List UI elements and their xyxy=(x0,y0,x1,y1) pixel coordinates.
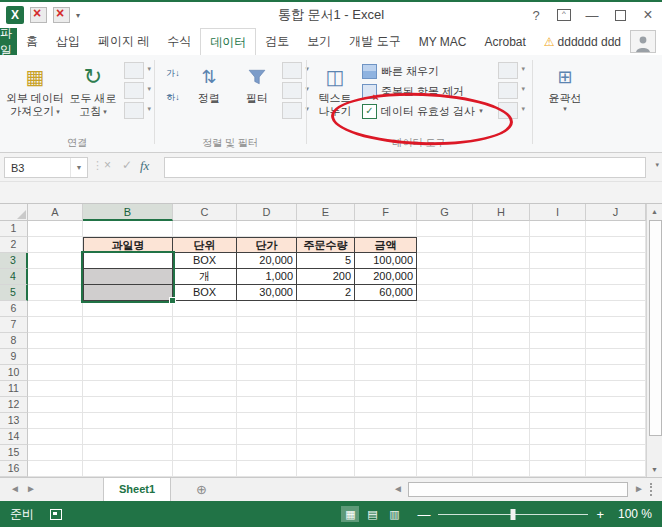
cell-I8[interactable] xyxy=(530,333,586,349)
cell-D15[interactable] xyxy=(237,445,297,461)
cell-D5[interactable]: 30,000 xyxy=(237,285,297,301)
sheet-nav-next-icon[interactable]: ► xyxy=(26,483,36,494)
row-header-9[interactable]: 9 xyxy=(0,349,28,365)
cell-B1[interactable] xyxy=(83,221,173,237)
cell-D16[interactable] xyxy=(237,461,297,477)
cell-H11[interactable] xyxy=(473,381,530,397)
remove-duplicates-button[interactable]: 중복된 항목 제거 xyxy=(362,82,464,100)
cell-D3[interactable]: 20,000 xyxy=(237,253,297,269)
cell-D12[interactable] xyxy=(237,397,297,413)
cell-J6[interactable] xyxy=(586,301,646,317)
cell-G16[interactable] xyxy=(417,461,473,477)
cell-E1[interactable] xyxy=(297,221,355,237)
text-to-columns-button[interactable]: ◫ 텍스트 나누기 xyxy=(312,58,358,136)
row-header-14[interactable]: 14 xyxy=(0,429,28,445)
sort-ascending-button[interactable] xyxy=(160,62,186,85)
cell-B8[interactable] xyxy=(83,333,173,349)
qat-dropdown-icon[interactable]: ▾ xyxy=(76,11,80,20)
cell-I15[interactable] xyxy=(530,445,586,461)
cell-E16[interactable] xyxy=(297,461,355,477)
cell-F12[interactable] xyxy=(355,397,417,413)
formula-input[interactable] xyxy=(164,157,646,178)
cell-A4[interactable] xyxy=(28,269,83,285)
cell-E9[interactable] xyxy=(297,349,355,365)
cell-H15[interactable] xyxy=(473,445,530,461)
cell-A5[interactable] xyxy=(28,285,83,301)
ribbon-display-options-button[interactable]: ^ xyxy=(550,2,578,28)
row-header-10[interactable]: 10 xyxy=(0,365,28,381)
cell-B13[interactable] xyxy=(83,413,173,429)
close-button[interactable]: × xyxy=(634,2,662,28)
page-break-view-button[interactable] xyxy=(385,506,403,522)
cell-C11[interactable] xyxy=(173,381,237,397)
cell-A1[interactable] xyxy=(28,221,83,237)
vertical-scrollbar[interactable]: ▲ ▼ xyxy=(646,204,662,477)
cell-G2[interactable] xyxy=(417,237,473,253)
cell-G11[interactable] xyxy=(417,381,473,397)
tab-splitter-handle[interactable] xyxy=(650,483,658,496)
maximize-button[interactable] xyxy=(606,2,634,28)
cell-J4[interactable] xyxy=(586,269,646,285)
cell-J12[interactable] xyxy=(586,397,646,413)
connections-icon[interactable] xyxy=(124,62,144,79)
name-box[interactable]: B3 ▼ xyxy=(4,157,88,178)
cell-B15[interactable] xyxy=(83,445,173,461)
cell-E11[interactable] xyxy=(297,381,355,397)
cell-C16[interactable] xyxy=(173,461,237,477)
cell-F2[interactable]: 금액 xyxy=(355,237,417,253)
cell-F15[interactable] xyxy=(355,445,417,461)
cell-G14[interactable] xyxy=(417,429,473,445)
enter-entry-button[interactable]: ✓ xyxy=(122,158,132,172)
cell-F1[interactable] xyxy=(355,221,417,237)
cell-C6[interactable] xyxy=(173,301,237,317)
cell-G12[interactable] xyxy=(417,397,473,413)
cell-G8[interactable] xyxy=(417,333,473,349)
cell-E7[interactable] xyxy=(297,317,355,333)
cell-J10[interactable] xyxy=(586,365,646,381)
cell-G7[interactable] xyxy=(417,317,473,333)
cell-A6[interactable] xyxy=(28,301,83,317)
page-layout-view-button[interactable] xyxy=(363,506,381,522)
scroll-up-icon[interactable]: ▲ xyxy=(647,204,662,219)
cell-C9[interactable] xyxy=(173,349,237,365)
cell-D4[interactable]: 1,000 xyxy=(237,269,297,285)
cell-E3[interactable]: 5 xyxy=(297,253,355,269)
cell-E13[interactable] xyxy=(297,413,355,429)
row-header-5[interactable]: 5 xyxy=(0,285,28,301)
cell-G9[interactable] xyxy=(417,349,473,365)
cell-A13[interactable] xyxy=(28,413,83,429)
column-header-I[interactable]: I xyxy=(530,204,586,221)
cell-C2[interactable]: 단위 xyxy=(173,237,237,253)
filter-button[interactable]: 필터 xyxy=(236,58,278,136)
cell-G5[interactable] xyxy=(417,285,473,301)
cell-A7[interactable] xyxy=(28,317,83,333)
cell-H16[interactable] xyxy=(473,461,530,477)
cell-B12[interactable] xyxy=(83,397,173,413)
cell-B3[interactable] xyxy=(83,253,173,269)
row-header-2[interactable]: 2 xyxy=(0,237,28,253)
cell-A8[interactable] xyxy=(28,333,83,349)
cell-A11[interactable] xyxy=(28,381,83,397)
flash-fill-button[interactable]: 빠른 채우기 xyxy=(362,62,439,80)
column-header-D[interactable]: D xyxy=(237,204,297,221)
cell-J7[interactable] xyxy=(586,317,646,333)
cell-D7[interactable] xyxy=(237,317,297,333)
cell-G13[interactable] xyxy=(417,413,473,429)
cell-J11[interactable] xyxy=(586,381,646,397)
cell-C12[interactable] xyxy=(173,397,237,413)
cell-I6[interactable] xyxy=(530,301,586,317)
cell-E2[interactable]: 주문수량 xyxy=(297,237,355,253)
tab-acrobat[interactable]: Acrobat xyxy=(475,28,534,55)
cell-J9[interactable] xyxy=(586,349,646,365)
insert-function-button[interactable]: fx xyxy=(140,158,149,174)
cell-D6[interactable] xyxy=(237,301,297,317)
cell-D14[interactable] xyxy=(237,429,297,445)
minimize-button[interactable]: — xyxy=(578,2,606,28)
cell-G4[interactable] xyxy=(417,269,473,285)
tab-review[interactable]: 검토 xyxy=(256,28,298,55)
cell-G10[interactable] xyxy=(417,365,473,381)
cell-I14[interactable] xyxy=(530,429,586,445)
tab-page-layout[interactable]: 페이지 레 xyxy=(89,28,158,55)
cell-A16[interactable] xyxy=(28,461,83,477)
cell-E8[interactable] xyxy=(297,333,355,349)
